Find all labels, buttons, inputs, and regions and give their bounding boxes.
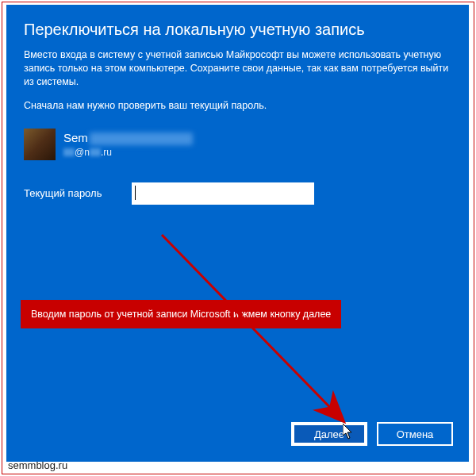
- dialog-title: Переключиться на локальную учетную запис…: [24, 21, 451, 39]
- annotation-callout: Вводим пароль от учетной записи Microsof…: [21, 300, 341, 328]
- password-row: Текущий пароль: [24, 182, 451, 205]
- redacted-email-2: [90, 148, 101, 156]
- watermark: semmblog.ru: [8, 459, 67, 471]
- cancel-button[interactable]: Отмена: [377, 422, 453, 446]
- user-name-prefix: Sem: [63, 131, 88, 144]
- dialog-description: Вместо входа в систему с учетной записью…: [24, 48, 451, 89]
- dialog-buttons: Далее Отмена: [291, 422, 453, 446]
- redacted-name: [90, 132, 193, 145]
- user-info: Sem @n.ru: [24, 129, 451, 160]
- password-input[interactable]: [132, 182, 314, 205]
- dialog-description-2: Сначала нам нужно проверить ваш текущий …: [24, 100, 451, 111]
- user-email: @n.ru: [63, 147, 193, 158]
- user-name: Sem: [63, 131, 193, 145]
- local-account-dialog: Переключиться на локальную учетную запис…: [6, 5, 469, 462]
- next-button[interactable]: Далее: [291, 422, 367, 446]
- password-label: Текущий пароль: [24, 187, 117, 199]
- avatar: [24, 129, 56, 160]
- text-caret: [135, 186, 136, 200]
- redacted-email-1: [63, 148, 75, 156]
